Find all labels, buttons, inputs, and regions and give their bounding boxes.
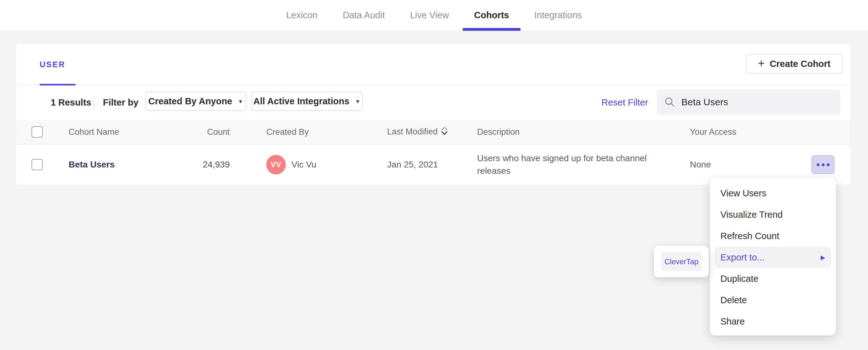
tab-data-audit[interactable]: Data Audit	[343, 0, 385, 31]
cohorts-panel: USER + Create Cohort 1 Results Filter by…	[16, 44, 851, 184]
select-all-checkbox[interactable]	[31, 126, 43, 138]
created-by-dropdown-label: Created By Anyone	[148, 96, 232, 106]
cohort-count: 24,939	[167, 160, 230, 170]
ellipsis-icon	[822, 163, 825, 166]
tab-user[interactable]: USER	[40, 44, 65, 85]
row-checkbox[interactable]	[31, 159, 43, 170]
table-header: Cohort Name Count Created By Last Modifi…	[16, 120, 851, 144]
tab-cohorts[interactable]: Cohorts	[474, 0, 509, 31]
tab-live-view[interactable]: Live View	[410, 0, 449, 31]
results-count: 1 Results	[51, 97, 91, 108]
caret-down-icon: ▼	[355, 99, 360, 105]
plus-icon: +	[758, 58, 765, 69]
divider	[94, 96, 94, 109]
panel-tabbar: USER + Create Cohort	[16, 44, 851, 85]
search-icon	[664, 97, 675, 107]
header-last-modified[interactable]: Last Modified	[387, 127, 448, 138]
description-cell: Users who have signed up for beta channe…	[477, 152, 672, 177]
row-actions-menu: View Users Visualize Trend Refresh Count…	[710, 178, 836, 336]
search-input[interactable]	[681, 97, 833, 107]
created-by-cell: VV Vic Vu	[266, 155, 316, 174]
tab-user-label: USER	[40, 60, 65, 69]
filter-bar: 1 Results Filter by Created By Anyone ▼ …	[16, 85, 851, 120]
active-tab-underline	[463, 28, 521, 31]
last-modified-cell: Jan 25, 2021	[387, 160, 438, 170]
menu-item-duplicate[interactable]: Duplicate	[710, 268, 836, 289]
sort-icon	[441, 127, 448, 138]
menu-item-visualize-trend[interactable]: Visualize Trend	[710, 204, 836, 225]
submenu-item-clevertap[interactable]: CleverTap	[661, 252, 702, 271]
menu-item-delete[interactable]: Delete	[710, 289, 836, 311]
header-created-by: Created By	[266, 127, 309, 137]
creator-name: Vic Vu	[291, 160, 316, 170]
filter-by-label: Filter by	[103, 97, 138, 108]
menu-item-export-to[interactable]: Export to... ▶	[714, 247, 831, 268]
tab-lexicon[interactable]: Lexicon	[286, 0, 317, 31]
tab-cohorts-label: Cohorts	[474, 10, 509, 21]
submenu-arrow-icon: ▶	[820, 254, 825, 261]
reset-filter-link[interactable]: Reset Filter	[601, 97, 648, 108]
header-cohort-name: Cohort Name	[69, 127, 119, 137]
menu-item-view-users[interactable]: View Users	[710, 182, 836, 204]
avatar: VV	[266, 155, 286, 174]
created-by-dropdown[interactable]: Created By Anyone ▼	[145, 92, 246, 111]
top-navigation: Lexicon Data Audit Live View Cohorts Int…	[0, 0, 868, 31]
your-access-cell: None	[690, 160, 711, 170]
export-submenu: CleverTap	[654, 246, 709, 277]
ellipsis-icon	[827, 163, 830, 166]
create-cohort-button[interactable]: + Create Cohort	[746, 54, 842, 73]
menu-item-refresh-count[interactable]: Refresh Count	[710, 225, 836, 247]
menu-item-share[interactable]: Share	[710, 311, 836, 332]
menu-item-export-to-label: Export to...	[720, 252, 765, 262]
header-last-modified-label: Last Modified	[387, 127, 438, 136]
ellipsis-icon	[817, 163, 819, 166]
integrations-dropdown[interactable]: All Active Integrations ▼	[251, 92, 363, 111]
caret-down-icon: ▼	[238, 99, 243, 105]
cohort-name-link[interactable]: Beta Users	[69, 160, 115, 170]
header-your-access: Your Access	[690, 127, 737, 137]
header-count: Count	[167, 127, 230, 137]
row-actions-button[interactable]	[811, 155, 835, 174]
header-description: Description	[477, 127, 520, 137]
tab-integrations[interactable]: Integrations	[534, 0, 582, 31]
integrations-dropdown-label: All Active Integrations	[253, 96, 349, 106]
search-box[interactable]	[657, 90, 840, 115]
create-cohort-label: Create Cohort	[770, 59, 831, 69]
